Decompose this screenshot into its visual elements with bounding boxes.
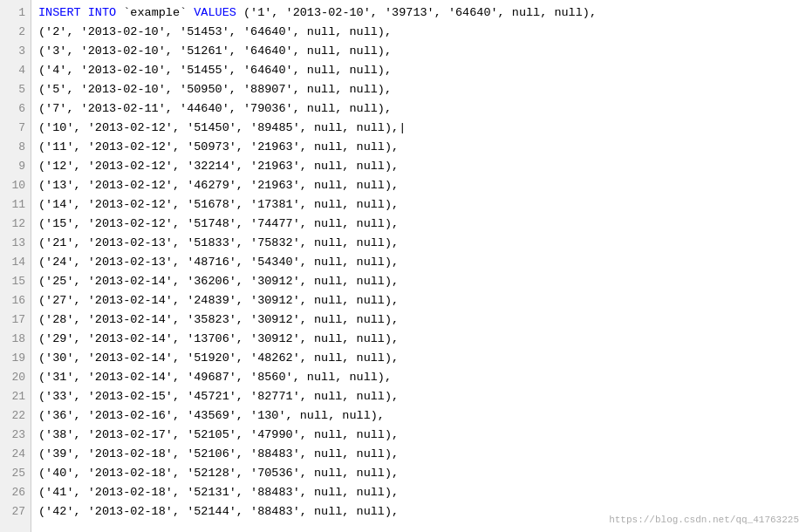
- line-number: 6: [5, 99, 25, 119]
- line-number: 3: [5, 42, 25, 61]
- line-number: 10: [5, 176, 25, 195]
- code-line[interactable]: ('40', '2013-02-18', '52128', '70536', n…: [38, 464, 799, 483]
- line-number: 27: [5, 502, 25, 522]
- code-line[interactable]: ('30', '2013-02-14', '51920', '48262', n…: [38, 349, 799, 368]
- line-number: 26: [5, 483, 25, 502]
- line-number: 4: [5, 61, 25, 80]
- line-number: 22: [5, 406, 25, 426]
- code-line[interactable]: ('27', '2013-02-14', '24839', '30912', n…: [38, 291, 799, 310]
- line-number: 12: [5, 215, 25, 234]
- code-line[interactable]: ('3', '2013-02-10', '51261', '64640', nu…: [38, 42, 799, 61]
- code-line[interactable]: ('33', '2013-02-15', '45721', '82771', n…: [38, 387, 799, 406]
- code-line[interactable]: ('10', '2013-02-12', '51450', '89485', n…: [38, 119, 799, 138]
- code-line[interactable]: ('29', '2013-02-14', '13706', '30912', n…: [38, 330, 799, 349]
- line-number: 8: [5, 138, 25, 157]
- code-line[interactable]: ('36', '2013-02-16', '43569', '130', nul…: [38, 406, 799, 426]
- code-line[interactable]: ('31', '2013-02-14', '49687', '8560', nu…: [38, 368, 799, 387]
- line-number: 13: [5, 234, 25, 253]
- line-number: 25: [5, 464, 25, 483]
- line-number: 17: [5, 310, 25, 330]
- line-number: 1: [5, 3, 25, 23]
- line-number: 15: [5, 272, 25, 291]
- line-number: 14: [5, 253, 25, 272]
- code-line[interactable]: ('38', '2013-02-17', '52105', '47990', n…: [38, 426, 799, 445]
- line-number: 21: [5, 387, 25, 406]
- line-number: 5: [5, 80, 25, 99]
- code-line[interactable]: INSERT INTO `example` VALUES ('1', '2013…: [38, 3, 799, 23]
- code-line[interactable]: ('21', '2013-02-13', '51833', '75832', n…: [38, 234, 799, 253]
- code-line[interactable]: ('7', '2013-02-11', '44640', '79036', nu…: [38, 99, 799, 119]
- line-number: 23: [5, 426, 25, 445]
- line-numbers: 1234567891011121314151617181920212223242…: [0, 0, 31, 532]
- code-line[interactable]: ('25', '2013-02-14', '36206', '30912', n…: [38, 272, 799, 291]
- line-number: 16: [5, 291, 25, 310]
- line-number: 18: [5, 330, 25, 349]
- line-number: 11: [5, 195, 25, 215]
- line-number: 20: [5, 368, 25, 387]
- code-line[interactable]: ('42', '2013-02-18', '52144', '88483', n…: [38, 502, 799, 522]
- code-line[interactable]: ('4', '2013-02-10', '51455', '64640', nu…: [38, 61, 799, 80]
- code-line[interactable]: ('11', '2013-02-12', '50973', '21963', n…: [38, 138, 799, 157]
- code-line[interactable]: ('28', '2013-02-14', '35823', '30912', n…: [38, 310, 799, 330]
- code-line[interactable]: ('12', '2013-02-12', '32214', '21963', n…: [38, 157, 799, 176]
- code-line[interactable]: ('14', '2013-02-12', '51678', '17381', n…: [38, 195, 799, 215]
- line-number: 19: [5, 349, 25, 368]
- code-line[interactable]: ('24', '2013-02-13', '48716', '54340', n…: [38, 253, 799, 272]
- code-line[interactable]: ('15', '2013-02-12', '51748', '74477', n…: [38, 215, 799, 234]
- code-line[interactable]: ('5', '2013-02-10', '50950', '88907', nu…: [38, 80, 799, 99]
- line-number: 7: [5, 119, 25, 138]
- code-container: 1234567891011121314151617181920212223242…: [0, 0, 806, 532]
- line-number: 2: [5, 23, 25, 42]
- code-line[interactable]: ('2', '2013-02-10', '51453', '64640', nu…: [38, 23, 799, 42]
- code-line[interactable]: ('41', '2013-02-18', '52131', '88483', n…: [38, 483, 799, 502]
- line-number: 9: [5, 157, 25, 176]
- code-line[interactable]: ('13', '2013-02-12', '46279', '21963', n…: [38, 176, 799, 195]
- line-number: 24: [5, 445, 25, 464]
- code-content[interactable]: INSERT INTO `example` VALUES ('1', '2013…: [31, 0, 806, 532]
- code-line[interactable]: ('39', '2013-02-18', '52106', '88483', n…: [38, 445, 799, 464]
